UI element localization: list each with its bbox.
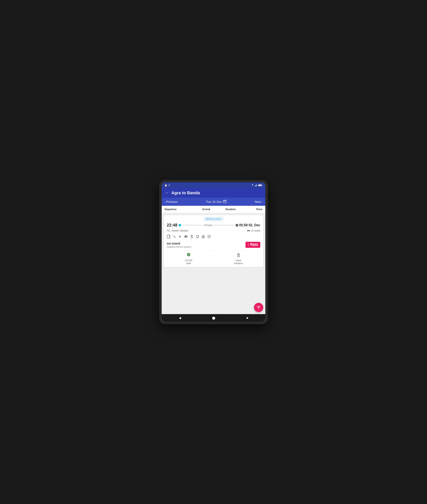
- covid-safe-icon: [186, 252, 191, 258]
- svg-point-33: [188, 254, 189, 254]
- arrival-info: 05:58 02, Dec: [236, 223, 260, 227]
- operator-name: sai anand: [167, 242, 191, 245]
- arrival-square-icon: [236, 224, 238, 227]
- chevron-left-icon: ‹: [165, 200, 166, 204]
- duration-text: 07h10m: [204, 224, 213, 227]
- chevron-right-icon: ›: [261, 200, 262, 204]
- price-header: Price: [243, 208, 262, 211]
- price-tag[interactable]: ₹944: [245, 242, 260, 248]
- android-back-button[interactable]: ◀: [179, 316, 181, 320]
- arrival-time: 05:58 02, Dec: [239, 223, 260, 227]
- sub-operator-name: (kalpana travels kanpur): [167, 245, 191, 248]
- duration-header: Duration: [218, 208, 243, 211]
- arrival-header: Arrival: [194, 208, 218, 211]
- date-text: Tue, 01 Dec: [206, 200, 222, 204]
- selected-date: Tue, 01 Dec: [206, 200, 227, 204]
- battery-icon: [258, 184, 262, 186]
- column-headers: Departure Arrival Duration Price: [162, 206, 265, 213]
- at-sign-icon: ©: [168, 184, 170, 187]
- svg-rect-23: [185, 236, 187, 237]
- seats-info: 15 seats: [247, 229, 260, 232]
- seats-count: 15 seats: [251, 229, 260, 232]
- duration-line: 07h10m: [183, 224, 234, 227]
- date-nav-bar: ‹ Previous Tue, 01 Dec Next ›: [162, 198, 265, 206]
- filter-fab-button[interactable]: [254, 303, 263, 312]
- live-indicator: [179, 224, 181, 227]
- svg-rect-25: [191, 235, 192, 236]
- line-left: [183, 225, 203, 225]
- cup-icon: [196, 235, 199, 238]
- status-bar: 📋 ©: [162, 182, 265, 188]
- amenities-row: [164, 234, 263, 241]
- operator-price-row: sai anand (kalpana travels kanpur) ₹944: [164, 241, 263, 250]
- line-right: [213, 225, 234, 225]
- svg-rect-1: [255, 185, 256, 186]
- battery-amenity-icon: [184, 235, 188, 238]
- charging-icon: [178, 235, 182, 238]
- sanitizer-small-icon: [190, 235, 193, 238]
- main-content: 88.0% on time 22:48 07h10m 05: [162, 213, 265, 314]
- svg-rect-2: [256, 185, 257, 186]
- hand-sanitizer-item: HandSanitizer: [214, 250, 263, 267]
- bus-type: AC, Seater-Sleeper: [167, 229, 188, 232]
- seat-icon: [247, 229, 250, 232]
- svg-rect-16: [249, 230, 250, 231]
- covid-safe-item: COVIDSafe: [164, 250, 214, 267]
- on-time-badge: 88.0% on time: [204, 217, 223, 221]
- status-right-icons: [251, 184, 262, 186]
- previous-button[interactable]: ‹ Previous: [165, 200, 178, 204]
- safety-features-row: COVIDSafe HandSanitizer: [164, 250, 263, 267]
- boarding-icon: [167, 235, 170, 238]
- svg-rect-6: [259, 185, 261, 186]
- hand-sanitizer-icon: [236, 252, 241, 258]
- departure-header: Departure: [165, 208, 194, 211]
- wifi-icon: [251, 184, 254, 186]
- bus-meta: AC, Seater-Sleeper 15 seats: [164, 229, 263, 234]
- svg-line-35: [188, 254, 188, 254]
- android-home-button[interactable]: ⬤: [212, 316, 215, 320]
- app-header: ← Agra to Banda: [162, 188, 265, 198]
- next-label: Next: [255, 200, 261, 204]
- operator-info: sai anand (kalpana travels kanpur): [167, 242, 191, 248]
- svg-rect-0: [255, 186, 255, 186]
- filter-icon: [257, 305, 261, 309]
- android-recent-button[interactable]: ■: [246, 316, 248, 320]
- android-nav-bar: ◀ ⬤ ■: [162, 314, 265, 322]
- covid-safe-label: COVIDSafe: [185, 259, 192, 265]
- svg-rect-22: [188, 236, 188, 237]
- calendar-icon[interactable]: [223, 200, 227, 204]
- hand-sanitizer-label: HandSanitizer: [234, 259, 243, 265]
- protection-icon: [207, 235, 211, 238]
- next-button[interactable]: Next ›: [255, 200, 262, 204]
- svg-point-19: [169, 236, 169, 237]
- svg-line-36: [189, 254, 189, 254]
- svg-rect-13: [248, 230, 249, 231]
- no-wifi-icon: [173, 235, 176, 238]
- device-screen: 📋 ©: [162, 182, 265, 322]
- luggage-icon: [201, 235, 205, 238]
- device-frame: 📋 ©: [159, 180, 268, 324]
- clipboard-icon: 📋: [165, 184, 167, 187]
- svg-rect-7: [223, 200, 226, 203]
- previous-label: Previous: [166, 200, 178, 204]
- page-title: Agra to Banda: [171, 190, 200, 195]
- departure-time: 22:48: [167, 223, 181, 228]
- on-time-section: 88.0% on time: [164, 215, 263, 223]
- back-button[interactable]: ←: [165, 190, 169, 196]
- svg-rect-5: [262, 185, 262, 186]
- status-left-icons: 📋 ©: [165, 184, 170, 187]
- signal-icon: [255, 184, 257, 186]
- price-amount: ₹944: [250, 243, 258, 247]
- route-info: 22:48 07h10m 05:58 02, Dec: [164, 223, 263, 229]
- svg-rect-3: [257, 184, 257, 186]
- price-dot: [248, 244, 249, 245]
- bus-card[interactable]: 88.0% on time 22:48 07h10m 05: [164, 215, 263, 267]
